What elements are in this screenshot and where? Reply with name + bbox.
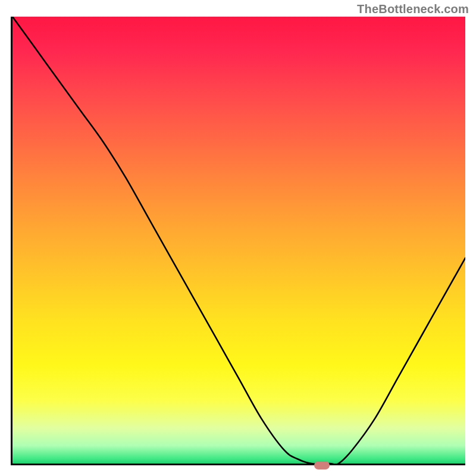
optimal-marker <box>314 461 330 469</box>
chart-container: TheBottleneck.com <box>0 0 476 476</box>
watermark-text: TheBottleneck.com <box>357 2 469 16</box>
plot-area <box>11 17 465 465</box>
bottleneck-curve <box>12 17 465 464</box>
